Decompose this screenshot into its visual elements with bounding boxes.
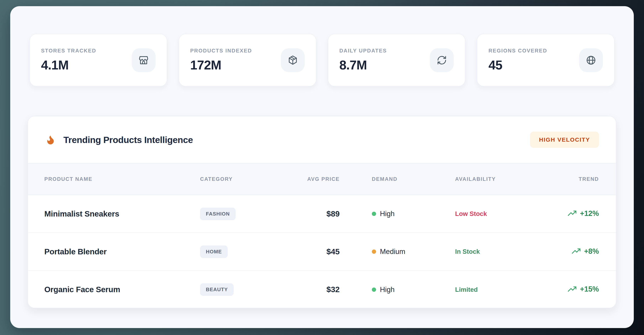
stat-text: DAILY UPDATES 8.7M	[340, 48, 387, 72]
stat-card-products-indexed: PRODUCTS INDEXED 172M	[179, 34, 316, 87]
store-icon	[132, 48, 156, 72]
category-chip: BEAUTY	[200, 283, 234, 296]
demand-dot	[372, 287, 376, 292]
flame-icon	[45, 133, 56, 146]
table-header-row: PRODUCT NAME CATEGORY AVG PRICE DEMAND A…	[28, 163, 616, 195]
stat-card-regions-covered: REGIONS COVERED 45	[477, 34, 614, 87]
demand-dot	[372, 249, 376, 254]
trending-up-icon	[568, 209, 576, 218]
high-velocity-badge: HIGH VELOCITY	[530, 132, 599, 148]
stat-card-stores-tracked: STORES TRACKED 4.1M	[30, 34, 167, 87]
stat-text: PRODUCTS INDEXED 172M	[190, 48, 252, 72]
stat-value: 8.7M	[340, 58, 387, 72]
stat-value: 172M	[190, 58, 252, 72]
trending-products-card: Trending Products Intelligence HIGH VELO…	[28, 116, 616, 308]
stat-value: 4.1M	[41, 58, 96, 72]
demand-label: Medium	[380, 248, 405, 256]
stat-label: DAILY UPDATES	[340, 48, 387, 54]
column-header-product-name: PRODUCT NAME	[28, 163, 200, 195]
refresh-icon	[430, 48, 454, 72]
stats-row: STORES TRACKED 4.1M PRODUCTS INDEXED 172…	[30, 34, 614, 87]
avg-price: $45	[326, 247, 340, 256]
demand-indicator: Medium	[372, 248, 455, 256]
column-header-category: CATEGORY	[200, 163, 283, 195]
trend-value: +8%	[584, 247, 599, 255]
trend-indicator: +8%	[572, 247, 599, 256]
trend-indicator: +12%	[568, 209, 599, 218]
demand-dot	[372, 212, 376, 216]
avg-price: $32	[326, 285, 340, 294]
demand-indicator: High	[372, 210, 455, 218]
demand-indicator: High	[372, 286, 455, 294]
card-header: Trending Products Intelligence HIGH VELO…	[28, 116, 616, 163]
stat-label: STORES TRACKED	[41, 48, 96, 54]
availability-status: In Stock	[455, 248, 480, 255]
stat-label: PRODUCTS INDEXED	[190, 48, 252, 54]
stat-label: REGIONS COVERED	[488, 48, 547, 54]
main-panel: STORES TRACKED 4.1M PRODUCTS INDEXED 172…	[10, 6, 634, 328]
demand-label: High	[380, 286, 394, 294]
stat-text: STORES TRACKED 4.1M	[41, 48, 96, 72]
column-header-demand: DEMAND	[372, 163, 455, 195]
products-table: PRODUCT NAME CATEGORY AVG PRICE DEMAND A…	[28, 163, 616, 308]
table-row[interactable]: Minimalist Sneakers FASHION $89 High Low…	[28, 195, 616, 233]
page-title: Trending Products Intelligence	[64, 135, 193, 145]
table-row[interactable]: Portable Blender HOME $45 Medium In Stoc…	[28, 233, 616, 270]
trend-indicator: +15%	[568, 285, 599, 294]
stat-card-daily-updates: DAILY UPDATES 8.7M	[328, 34, 466, 87]
avg-price: $89	[326, 209, 340, 218]
stat-value: 45	[488, 58, 547, 72]
availability-status: Limited	[455, 286, 478, 293]
trending-up-icon	[572, 247, 580, 256]
stat-text: REGIONS COVERED 45	[488, 48, 547, 72]
product-name: Organic Face Serum	[44, 285, 120, 294]
column-header-availability: AVAILABILITY	[455, 163, 552, 195]
product-name: Minimalist Sneakers	[44, 209, 119, 218]
availability-status: Low Stock	[455, 210, 487, 217]
demand-label: High	[380, 210, 394, 218]
trend-value: +12%	[580, 209, 599, 218]
globe-icon	[579, 48, 603, 72]
category-chip: FASHION	[200, 208, 236, 220]
package-icon	[281, 48, 305, 72]
column-header-trend: TREND	[552, 163, 616, 195]
category-chip: HOME	[200, 245, 228, 258]
product-name: Portable Blender	[44, 247, 106, 256]
trend-value: +15%	[580, 285, 599, 293]
trending-up-icon	[568, 285, 576, 294]
table-row[interactable]: Organic Face Serum BEAUTY $32 High Limit…	[28, 270, 616, 308]
column-header-avg-price: AVG PRICE	[283, 163, 372, 195]
background: STORES TRACKED 4.1M PRODUCTS INDEXED 172…	[0, 0, 644, 335]
